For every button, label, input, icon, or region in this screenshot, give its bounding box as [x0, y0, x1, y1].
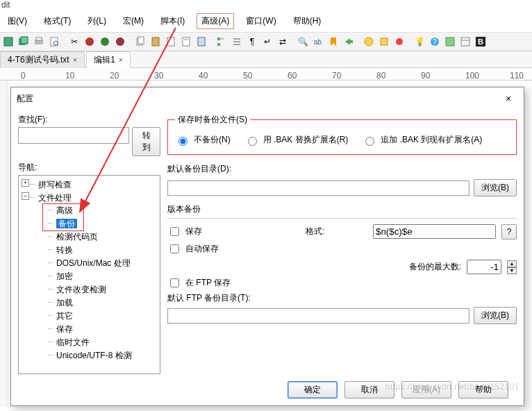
tb-list-icon[interactable]: [230, 35, 244, 49]
tab-file2-close-icon[interactable]: ×: [119, 56, 123, 64]
ftp-backup-dir-input[interactable]: [167, 308, 469, 324]
search-input[interactable]: [18, 127, 129, 144]
tree-load[interactable]: 加载: [48, 296, 158, 310]
spin-down-icon[interactable]: ▼: [507, 267, 517, 274]
tb-panel-icon[interactable]: [458, 35, 472, 49]
tree-file-change-detect[interactable]: 文件改变检测: [48, 283, 158, 296]
tb-find-icon[interactable]: 🔍: [296, 35, 310, 49]
menu-macro[interactable]: 宏(M): [118, 13, 149, 29]
default-backup-dir-label: 默认备份目录(D):: [167, 163, 517, 175]
tb-doc1-icon[interactable]: [164, 35, 178, 49]
cancel-button[interactable]: 取消: [344, 381, 394, 399]
tree-advanced[interactable]: 高级: [48, 204, 158, 217]
tb-bold-icon[interactable]: B: [474, 35, 488, 49]
tb-replace-icon[interactable]: ab: [311, 35, 325, 49]
tab-file1[interactable]: 4-T6测试号码.txt ×: [0, 51, 85, 68]
help-button[interactable]: 帮助: [458, 381, 508, 399]
ftp-backup-dir-label: 默认 FTP 备份目录(T):: [167, 292, 517, 304]
menu-column[interactable]: 列(L): [83, 13, 111, 29]
tb-macro-icon[interactable]: [377, 35, 391, 49]
app-title-fragment: dit: [0, 0, 532, 10]
tree-detect-codepage[interactable]: 检测代码页: [48, 230, 158, 244]
config-dialog: 配置 × 查找(F): 转到 导航: +拼写检查 −文件处理 高级: [10, 87, 524, 406]
tab-file1-close-icon[interactable]: ×: [73, 56, 77, 64]
format-help-button[interactable]: ?: [501, 224, 517, 240]
ok-button[interactable]: 确定: [288, 381, 338, 399]
tb-run-icon[interactable]: [362, 35, 376, 49]
svg-text:?: ?: [433, 38, 437, 46]
tb-saveall-icon[interactable]: [17, 35, 31, 49]
tb-config-icon[interactable]: [443, 35, 457, 49]
radio-bak-replace[interactable]: 用 .BAK 替换扩展名(R): [244, 134, 349, 146]
browse-backup-dir-button[interactable]: 浏览(B): [474, 179, 517, 196]
dialog-button-row: 确定 取消 应用(A) 帮助: [18, 374, 517, 405]
tb-record-icon[interactable]: [392, 35, 406, 49]
dialog-close-icon[interactable]: ×: [499, 92, 518, 106]
tree-unicode[interactable]: Unicode/UTF-8 检测: [48, 349, 158, 362]
tab-file2[interactable]: 编辑1 ×: [86, 51, 131, 68]
document-tabbar: 4-T6测试号码.txt × 编辑1 ×: [0, 51, 532, 68]
svg-rect-4: [36, 37, 42, 40]
chk-autosave[interactable]: 自动保存: [167, 242, 517, 255]
tb-copy-icon[interactable]: [133, 35, 147, 49]
tb-wrap-icon[interactable]: ↵: [260, 35, 274, 49]
browse-ftp-dir-button[interactable]: 浏览(B): [474, 307, 517, 324]
tb-print-icon[interactable]: [32, 35, 46, 49]
tree-misc[interactable]: 其它: [48, 310, 158, 323]
tb-cut-icon[interactable]: ✂: [67, 35, 81, 49]
max-backups-input[interactable]: [467, 260, 501, 274]
tree-temp-files[interactable]: 临时文件: [48, 336, 158, 349]
radio-bak-append[interactable]: 追加 .BAK 到现有扩展名(A): [362, 134, 482, 146]
menu-format[interactable]: 格式(T): [39, 13, 76, 29]
radio-no-backup[interactable]: 不备份(N): [175, 134, 231, 146]
tree-save[interactable]: 保存: [48, 323, 158, 336]
chk-ftp-save[interactable]: 在 FTP 保存: [167, 276, 517, 290]
tree-encrypt[interactable]: 加密: [48, 270, 158, 283]
menu-script[interactable]: 脚本(I): [156, 13, 190, 29]
svg-rect-27: [381, 38, 388, 45]
tb-bulb-icon[interactable]: 💡: [413, 35, 426, 49]
nav-tree[interactable]: +拼写检查 −文件处理 高级 备份 检测代码页 转换 DOS/Unix/Mac …: [18, 175, 160, 374]
tb-globe2-icon[interactable]: [98, 35, 112, 49]
tb-help-icon[interactable]: ?: [428, 35, 442, 49]
menu-advanced[interactable]: 高级(A): [197, 13, 234, 29]
tree-dos-unix-mac[interactable]: DOS/Unix/Mac 处理: [48, 257, 158, 270]
tb-doc2-icon[interactable]: [179, 35, 193, 49]
tb-tree-icon[interactable]: [215, 35, 228, 49]
tb-goto-icon[interactable]: [342, 35, 356, 49]
goto-button[interactable]: 转到: [132, 127, 160, 156]
spin-up-icon[interactable]: ▲: [507, 260, 517, 267]
apply-button[interactable]: 应用(A): [401, 381, 451, 399]
tb-globe3-icon[interactable]: [113, 35, 127, 49]
svg-point-7: [85, 37, 94, 46]
tb-doc3-icon[interactable]: [194, 35, 208, 49]
tree-convert[interactable]: 转换: [48, 244, 158, 257]
tb-toggle-icon[interactable]: ⇄: [276, 35, 290, 49]
tb-globe1-icon[interactable]: [83, 35, 97, 49]
tb-preview-icon[interactable]: [47, 35, 61, 49]
svg-rect-14: [183, 37, 190, 46]
tree-spellcheck[interactable]: +拼写检查: [30, 178, 158, 192]
tb-save-icon[interactable]: [1, 35, 15, 49]
menu-view[interactable]: 图(V): [3, 13, 32, 29]
format-input[interactable]: [373, 224, 496, 239]
menu-bar: 图(V) 格式(T) 列(L) 宏(M) 脚本(I) 高级(A) 窗口(W) 帮…: [0, 10, 532, 32]
ruler: 0 10 20 30 40 50 60 70 80 90 100 110: [0, 68, 532, 81]
svg-point-8: [101, 37, 109, 46]
svg-rect-0: [4, 37, 13, 46]
max-backups-spinner[interactable]: ▲ ▼: [507, 260, 517, 274]
menu-help[interactable]: 帮助(H): [288, 13, 326, 29]
tb-paste-icon[interactable]: [149, 35, 163, 49]
default-backup-dir-input[interactable]: [167, 181, 469, 196]
tb-para-icon[interactable]: ¶: [245, 35, 259, 49]
svg-point-9: [116, 37, 124, 46]
tab-file2-label: 编辑1: [94, 54, 115, 66]
svg-marker-24: [331, 37, 336, 46]
chk-save[interactable]: 保存: [167, 225, 258, 238]
tree-file-handling[interactable]: −文件处理 高级 备份 检测代码页 转换 DOS/Unix/Mac 处理 加密 …: [30, 192, 158, 363]
tb-bookmark-icon[interactable]: [326, 35, 340, 49]
menu-window[interactable]: 窗口(W): [241, 13, 281, 29]
nav-label: 导航:: [18, 162, 160, 174]
tree-backup[interactable]: 备份: [48, 217, 158, 230]
svg-text:B: B: [478, 37, 483, 46]
